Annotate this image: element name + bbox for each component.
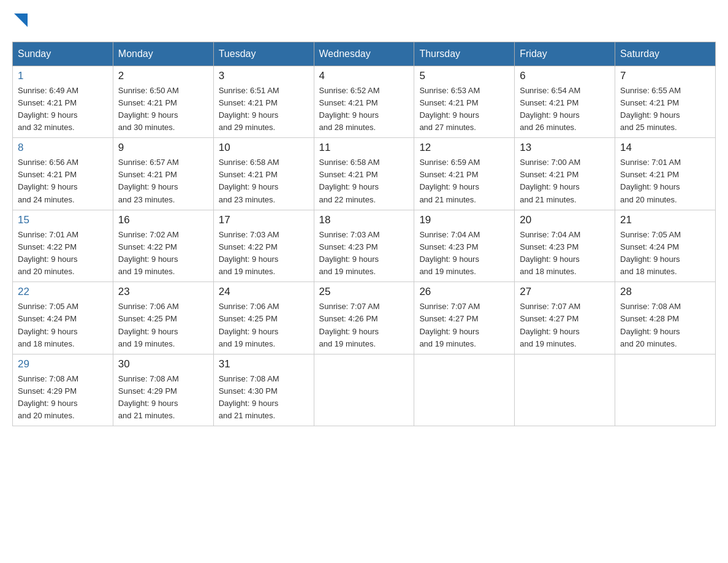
calendar-cell: 5Sunrise: 6:53 AMSunset: 4:21 PMDaylight… [414,66,515,138]
day-info: Sunrise: 7:01 AMSunset: 4:21 PMDaylight:… [620,156,710,206]
calendar-cell: 21Sunrise: 7:05 AMSunset: 4:24 PMDayligh… [615,210,716,282]
day-number: 29 [18,358,108,370]
day-number: 24 [219,286,309,298]
day-number: 3 [219,70,309,82]
day-info: Sunrise: 7:00 AMSunset: 4:21 PMDaylight:… [520,156,610,206]
day-number: 15 [18,214,108,226]
day-number: 16 [118,214,208,226]
calendar-table: SundayMondayTuesdayWednesdayThursdayFrid… [12,42,716,427]
calendar-cell: 27Sunrise: 7:07 AMSunset: 4:27 PMDayligh… [515,282,615,354]
calendar-cell: 4Sunrise: 6:52 AMSunset: 4:21 PMDaylight… [314,66,414,138]
day-number: 2 [118,70,208,82]
svg-marker-0 [14,13,28,27]
calendar-cell: 17Sunrise: 7:03 AMSunset: 4:22 PMDayligh… [213,210,314,282]
calendar-cell: 16Sunrise: 7:02 AMSunset: 4:22 PMDayligh… [113,210,213,282]
calendar-cell: 11Sunrise: 6:58 AMSunset: 4:21 PMDayligh… [314,138,414,210]
calendar-cell: 22Sunrise: 7:05 AMSunset: 4:24 PMDayligh… [13,282,113,354]
day-info: Sunrise: 7:07 AMSunset: 4:26 PMDaylight:… [319,301,409,350]
day-number: 1 [18,70,108,82]
day-number: 25 [319,286,409,298]
calendar-cell [414,354,515,426]
calendar-week-1: 1Sunrise: 6:49 AMSunset: 4:21 PMDaylight… [13,66,716,138]
day-number: 22 [18,286,108,298]
day-info: Sunrise: 6:52 AMSunset: 4:21 PMDaylight:… [319,85,409,134]
day-info: Sunrise: 6:59 AMSunset: 4:21 PMDaylight:… [419,156,509,206]
weekday-header-monday: Monday [113,42,213,66]
day-info: Sunrise: 7:04 AMSunset: 4:23 PMDaylight:… [520,229,610,278]
calendar-cell: 26Sunrise: 7:07 AMSunset: 4:27 PMDayligh… [414,282,515,354]
logo-arrow-icon [14,13,28,27]
day-number: 6 [520,70,610,82]
day-info: Sunrise: 6:54 AMSunset: 4:21 PMDaylight:… [520,85,610,134]
day-info: Sunrise: 6:58 AMSunset: 4:21 PMDaylight:… [219,156,309,206]
day-number: 11 [319,142,409,154]
calendar-cell: 29Sunrise: 7:08 AMSunset: 4:29 PMDayligh… [13,354,113,426]
day-info: Sunrise: 6:57 AMSunset: 4:21 PMDaylight:… [118,156,208,206]
calendar-cell: 9Sunrise: 6:57 AMSunset: 4:21 PMDaylight… [113,138,213,210]
calendar-cell: 1Sunrise: 6:49 AMSunset: 4:21 PMDaylight… [13,66,113,138]
day-number: 27 [520,286,610,298]
calendar-cell: 6Sunrise: 6:54 AMSunset: 4:21 PMDaylight… [515,66,615,138]
calendar-cell: 13Sunrise: 7:00 AMSunset: 4:21 PMDayligh… [515,138,615,210]
day-info: Sunrise: 7:05 AMSunset: 4:24 PMDaylight:… [18,301,108,350]
day-info: Sunrise: 7:05 AMSunset: 4:24 PMDaylight:… [620,229,710,278]
calendar-cell: 7Sunrise: 6:55 AMSunset: 4:21 PMDaylight… [615,66,716,138]
day-info: Sunrise: 7:08 AMSunset: 4:29 PMDaylight:… [18,373,108,423]
day-info: Sunrise: 7:08 AMSunset: 4:30 PMDaylight:… [219,373,309,423]
day-number: 7 [620,70,710,82]
logo [12,12,28,29]
calendar-cell: 3Sunrise: 6:51 AMSunset: 4:21 PMDaylight… [213,66,314,138]
calendar-cell: 2Sunrise: 6:50 AMSunset: 4:21 PMDaylight… [113,66,213,138]
calendar-cell [615,354,716,426]
day-info: Sunrise: 6:51 AMSunset: 4:21 PMDaylight:… [219,85,309,134]
day-info: Sunrise: 7:03 AMSunset: 4:22 PMDaylight:… [219,229,309,278]
page-header [12,12,716,29]
day-number: 19 [419,214,509,226]
day-info: Sunrise: 7:02 AMSunset: 4:22 PMDaylight:… [118,229,208,278]
weekday-header-sunday: Sunday [13,42,113,66]
calendar-cell: 23Sunrise: 7:06 AMSunset: 4:25 PMDayligh… [113,282,213,354]
calendar-cell: 19Sunrise: 7:04 AMSunset: 4:23 PMDayligh… [414,210,515,282]
day-number: 20 [520,214,610,226]
calendar-cell: 18Sunrise: 7:03 AMSunset: 4:23 PMDayligh… [314,210,414,282]
calendar-cell: 20Sunrise: 7:04 AMSunset: 4:23 PMDayligh… [515,210,615,282]
day-info: Sunrise: 6:49 AMSunset: 4:21 PMDaylight:… [18,85,108,134]
weekday-header-row: SundayMondayTuesdayWednesdayThursdayFrid… [13,42,716,66]
day-number: 12 [419,142,509,154]
calendar-cell: 25Sunrise: 7:07 AMSunset: 4:26 PMDayligh… [314,282,414,354]
weekday-header-friday: Friday [515,42,615,66]
day-number: 4 [319,70,409,82]
calendar-cell [515,354,615,426]
day-info: Sunrise: 6:58 AMSunset: 4:21 PMDaylight:… [319,156,409,206]
day-number: 23 [118,286,208,298]
calendar-cell: 8Sunrise: 6:56 AMSunset: 4:21 PMDaylight… [13,138,113,210]
day-info: Sunrise: 7:08 AMSunset: 4:28 PMDaylight:… [620,301,710,350]
day-info: Sunrise: 7:08 AMSunset: 4:29 PMDaylight:… [118,373,208,423]
weekday-header-wednesday: Wednesday [314,42,414,66]
day-info: Sunrise: 7:07 AMSunset: 4:27 PMDaylight:… [419,301,509,350]
day-number: 31 [219,358,309,370]
calendar-cell: 31Sunrise: 7:08 AMSunset: 4:30 PMDayligh… [213,354,314,426]
day-number: 18 [319,214,409,226]
calendar-cell: 15Sunrise: 7:01 AMSunset: 4:22 PMDayligh… [13,210,113,282]
day-info: Sunrise: 6:55 AMSunset: 4:21 PMDaylight:… [620,85,710,134]
day-number: 14 [620,142,710,154]
day-info: Sunrise: 6:53 AMSunset: 4:21 PMDaylight:… [419,85,509,134]
day-info: Sunrise: 7:01 AMSunset: 4:22 PMDaylight:… [18,229,108,278]
day-info: Sunrise: 7:06 AMSunset: 4:25 PMDaylight:… [219,301,309,350]
day-info: Sunrise: 7:06 AMSunset: 4:25 PMDaylight:… [118,301,208,350]
day-number: 9 [118,142,208,154]
day-number: 28 [620,286,710,298]
calendar-week-2: 8Sunrise: 6:56 AMSunset: 4:21 PMDaylight… [13,138,716,210]
calendar-cell: 30Sunrise: 7:08 AMSunset: 4:29 PMDayligh… [113,354,213,426]
calendar-cell: 10Sunrise: 6:58 AMSunset: 4:21 PMDayligh… [213,138,314,210]
day-number: 13 [520,142,610,154]
calendar-cell [314,354,414,426]
calendar-week-3: 15Sunrise: 7:01 AMSunset: 4:22 PMDayligh… [13,210,716,282]
day-number: 26 [419,286,509,298]
calendar-cell: 12Sunrise: 6:59 AMSunset: 4:21 PMDayligh… [414,138,515,210]
day-info: Sunrise: 6:50 AMSunset: 4:21 PMDaylight:… [118,85,208,134]
calendar-week-4: 22Sunrise: 7:05 AMSunset: 4:24 PMDayligh… [13,282,716,354]
day-info: Sunrise: 7:07 AMSunset: 4:27 PMDaylight:… [520,301,610,350]
day-number: 8 [18,142,108,154]
